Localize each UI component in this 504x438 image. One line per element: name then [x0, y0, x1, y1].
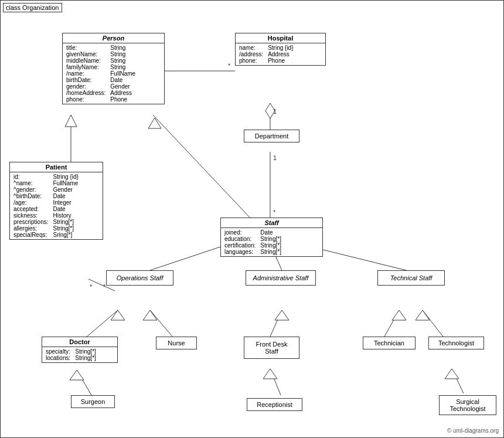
hospital-body: name: /address: phone: String {id} Addre… — [236, 43, 325, 65]
patient-header: Patient — [10, 162, 103, 172]
person-header: Person — [63, 33, 164, 43]
person-class: Person title: givenName: middleName: fam… — [62, 33, 165, 104]
svg-marker-11 — [65, 115, 77, 127]
svg-line-37 — [452, 369, 464, 393]
svg-marker-26 — [143, 310, 157, 320]
svg-marker-28 — [275, 310, 289, 320]
svg-line-25 — [150, 310, 173, 338]
technical-staff-class: Technical Staff — [377, 270, 445, 286]
uml-diagram: class Organization * * 1 * 1 * — [0, 0, 504, 438]
svg-marker-13 — [148, 118, 161, 128]
patient-class: Patient id: ^name: ^gender: ^birthDate: … — [9, 162, 103, 240]
svg-text:*: * — [273, 209, 276, 216]
svg-text:*: * — [90, 283, 93, 290]
svg-marker-36 — [263, 369, 277, 379]
svg-marker-32 — [416, 310, 430, 320]
svg-line-29 — [384, 310, 399, 337]
surgeon-class: Surgeon — [71, 395, 115, 408]
svg-line-33 — [77, 370, 91, 395]
svg-marker-24 — [111, 310, 125, 320]
svg-marker-30 — [392, 310, 406, 320]
receptionist-class: Receptionist — [247, 398, 302, 411]
doctor-class: Doctor specialty: locations: String[*] S… — [42, 337, 118, 363]
technician-class: Technician — [363, 337, 416, 349]
staff-header: Staff — [221, 218, 322, 228]
nurse-class: Nurse — [156, 337, 197, 349]
svg-line-12 — [153, 115, 253, 220]
copyright: © uml-diagrams.org — [447, 427, 499, 434]
staff-body: joined: education: certification: langua… — [221, 228, 322, 256]
surgical-technologist-class: Surgical Technologist — [439, 395, 496, 415]
department-class: Department — [244, 130, 299, 142]
svg-text:1: 1 — [273, 154, 277, 161]
diagram-title: class Organization — [3, 3, 62, 12]
svg-line-23 — [86, 310, 118, 338]
doctor-body: specialty: locations: String[*] String[*… — [42, 347, 117, 362]
svg-line-35 — [270, 369, 281, 395]
svg-marker-38 — [445, 369, 459, 379]
staff-class: Staff joined: education: certification: … — [220, 218, 323, 257]
operations-staff-class: Operations Staff — [106, 270, 173, 286]
doctor-header: Doctor — [42, 337, 117, 347]
svg-line-31 — [423, 310, 443, 337]
person-body: title: givenName: middleName: familyName… — [63, 43, 164, 104]
front-desk-staff-class: Front Desk Staff — [244, 337, 299, 359]
technologist-class: Technologist — [428, 337, 484, 349]
svg-line-27 — [270, 310, 282, 337]
svg-marker-34 — [70, 370, 84, 380]
hospital-header: Hospital — [236, 33, 325, 43]
svg-text:*: * — [228, 62, 231, 69]
svg-line-14 — [150, 244, 229, 270]
svg-text:1: 1 — [273, 108, 277, 115]
hospital-class: Hospital name: /address: phone: String {… — [235, 33, 326, 66]
administrative-staff-class: Administrative Staff — [246, 270, 316, 286]
svg-marker-4 — [265, 103, 275, 118]
patient-body: id: ^name: ^gender: ^birthDate: /age: ac… — [10, 172, 103, 239]
